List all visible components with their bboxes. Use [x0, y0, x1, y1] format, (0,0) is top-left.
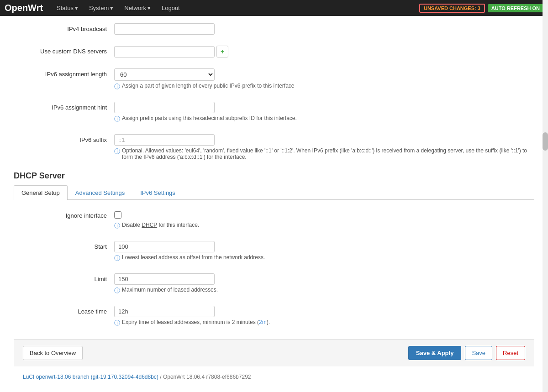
help-icon: ⓘ — [114, 287, 120, 295]
lease-time-wrap: ⓘ Expiry time of leased addresses, minim… — [114, 306, 534, 327]
ipv4-broadcast-wrap — [114, 23, 534, 35]
help-icon: ⓘ — [114, 222, 120, 230]
page-content: IPv4 broadcast Use custom DNS servers + … — [5, 16, 543, 392]
lease-time-hint: ⓘ Expiry time of leased addresses, minim… — [114, 319, 534, 327]
scrollbar-thumb[interactable] — [543, 132, 548, 151]
ipv6-assignment-length-label: IPv6 assignment length — [14, 68, 114, 78]
ipv6-assignment-hint-label: IPv6 assignment hint — [14, 102, 114, 111]
ipv6-assignment-hint-hint: ⓘ Assign prefix parts using this hexadec… — [114, 115, 534, 123]
help-icon: ⓘ — [114, 115, 120, 123]
ignore-interface-row: Ignore interface ⓘ Disable DHCP for this… — [14, 207, 534, 233]
navbar-item-status[interactable]: Status ▾ — [52, 3, 83, 13]
ipv6-assignment-hint-wrap: ⓘ Assign prefix parts using this hexadec… — [114, 102, 534, 123]
start-wrap: ⓘ Lowest leased address as offset from t… — [114, 241, 534, 262]
ignore-interface-wrap: ⓘ Disable DHCP for this interface. — [114, 210, 534, 230]
save-button[interactable]: Save — [465, 346, 492, 360]
help-icon: ⓘ — [114, 254, 120, 262]
lease-time-row: Lease time ⓘ Expiry time of leased addre… — [14, 303, 534, 330]
scrollbar-track — [543, 0, 548, 392]
ignore-interface-label: Ignore interface — [14, 210, 114, 219]
limit-hint: ⓘ Maximum number of leased addresses. — [114, 287, 534, 295]
powered-by: LuCI openwrt-18.06 branch (git-19.170.32… — [14, 366, 534, 385]
ipv6-assignment-length-wrap: 60 ⓘ Assign a part of given length of ev… — [114, 68, 534, 91]
ipv6-suffix-wrap: ⓘ Optional. Allowed values: 'eui64', 'ra… — [114, 134, 534, 160]
lease-time-input[interactable] — [114, 306, 215, 317]
unsaved-changes-badge[interactable]: UNSAVED CHANGES: 3 — [419, 4, 485, 13]
navbar-item-network[interactable]: Network ▾ — [120, 3, 155, 13]
custom-dns-wrap: + — [114, 46, 534, 57]
limit-wrap: ⓘ Maximum number of leased addresses. — [114, 273, 534, 295]
navbar: OpenWrt Status ▾ System ▾ Network ▾ Logo… — [0, 0, 548, 16]
ipv6-assignment-length-select[interactable]: 60 — [114, 68, 215, 81]
ipv4-broadcast-row: IPv4 broadcast — [14, 21, 534, 37]
dhcp-tabs: General Setup Advanced Settings IPv6 Set… — [14, 185, 534, 200]
navbar-menu: Status ▾ System ▾ Network ▾ Logout — [52, 3, 415, 13]
help-icon: ⓘ — [114, 147, 120, 156]
tab-ipv6-settings[interactable]: IPv6 Settings — [132, 185, 183, 200]
help-icon: ⓘ — [114, 319, 120, 327]
footer-bar: Back to Overview Save & Apply Save Reset — [14, 339, 534, 366]
start-hint: ⓘ Lowest leased address as offset from t… — [114, 254, 534, 262]
limit-input[interactable] — [114, 273, 215, 285]
dhcp-server-heading: DHCP Server — [14, 171, 534, 181]
ignore-interface-checkbox[interactable] — [114, 211, 121, 219]
ipv4-broadcast-label: IPv4 broadcast — [14, 23, 114, 32]
ipv6-assignment-length-row: IPv6 assignment length 60 ⓘ Assign a par… — [14, 66, 534, 94]
start-label: Start — [14, 241, 114, 250]
footer-right-buttons: Save & Apply Save Reset — [408, 346, 525, 360]
custom-dns-row: Use custom DNS servers + — [14, 43, 534, 60]
tab-general-setup[interactable]: General Setup — [14, 185, 68, 200]
ignore-interface-hint: ⓘ Disable DHCP for this interface. — [114, 222, 534, 230]
ipv6-suffix-label: IPv6 suffix — [14, 134, 114, 143]
autorefresh-badge[interactable]: AUTO REFRESH ON — [488, 4, 543, 12]
ipv6-assignment-hint-row: IPv6 assignment hint ⓘ Assign prefix par… — [14, 99, 534, 126]
back-to-overview-button[interactable]: Back to Overview — [23, 346, 83, 360]
help-icon: ⓘ — [114, 83, 120, 91]
reset-button[interactable]: Reset — [496, 346, 525, 360]
chevron-down-icon: ▾ — [110, 5, 113, 11]
ipv4-broadcast-input[interactable] — [114, 23, 215, 35]
navbar-brand: OpenWrt — [5, 3, 43, 13]
navbar-item-logout[interactable]: Logout — [157, 3, 184, 13]
limit-row: Limit ⓘ Maximum number of leased address… — [14, 271, 534, 298]
navbar-right: UNSAVED CHANGES: 3 AUTO REFRESH ON — [419, 4, 543, 13]
chevron-down-icon: ▾ — [148, 5, 151, 11]
luci-link[interactable]: LuCI openwrt-18.06 branch (git-19.170.32… — [23, 374, 158, 380]
ipv6-suffix-row: IPv6 suffix ⓘ Optional. Allowed values: … — [14, 131, 534, 163]
navbar-item-system[interactable]: System ▾ — [84, 3, 118, 13]
custom-dns-label: Use custom DNS servers — [14, 46, 114, 55]
limit-label: Limit — [14, 273, 114, 282]
chevron-down-icon: ▾ — [75, 5, 78, 11]
add-dns-button[interactable]: + — [216, 46, 228, 57]
lease-time-label: Lease time — [14, 306, 114, 315]
start-row: Start ⓘ Lowest leased address as offset … — [14, 238, 534, 265]
ipv6-assignment-length-hint: ⓘ Assign a part of given length of every… — [114, 83, 534, 91]
ipv6-suffix-hint: ⓘ Optional. Allowed values: 'eui64', 'ra… — [114, 147, 534, 160]
ipv6-assignment-hint-input[interactable] — [114, 102, 215, 113]
save-apply-button[interactable]: Save & Apply — [408, 346, 462, 360]
ipv6-suffix-input[interactable] — [114, 134, 215, 146]
start-input[interactable] — [114, 241, 215, 252]
custom-dns-input[interactable] — [114, 46, 215, 57]
tab-advanced-settings[interactable]: Advanced Settings — [68, 185, 132, 200]
